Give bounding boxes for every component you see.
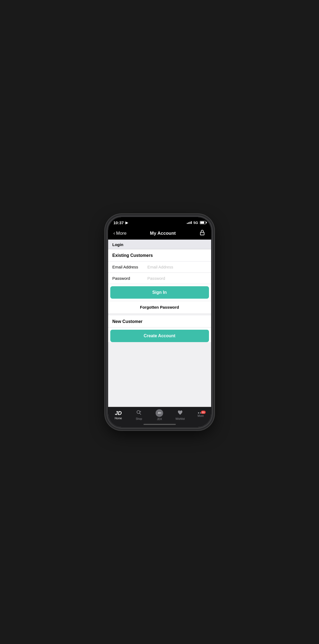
signal-bar-4 (191, 221, 192, 224)
more-tab-badge-container: 11 (198, 412, 204, 414)
password-input[interactable] (148, 276, 207, 281)
tab-home[interactable]: JD Home (110, 410, 126, 420)
svg-line-2 (139, 413, 141, 414)
password-row: Password (108, 273, 211, 284)
email-row: Email Address (108, 261, 211, 273)
existing-customers-title: Existing Customers (108, 249, 211, 261)
tab-jdx[interactable]: JD× JDX (151, 409, 167, 421)
phone-frame: 10:37 ▶ 5G ‹ More My (107, 216, 212, 428)
status-bar: 10:37 ▶ 5G (108, 217, 211, 227)
login-section-header: Login (108, 240, 211, 249)
new-customer-title: New Customer (108, 315, 211, 328)
email-input[interactable] (148, 265, 207, 269)
battery-fill (200, 222, 204, 224)
sign-in-button[interactable]: Sign In (110, 286, 209, 299)
signal-bar-1 (187, 223, 188, 224)
wishlist-tab-label: Wishlist (176, 417, 185, 420)
battery-icon (200, 221, 206, 224)
svg-rect-0 (200, 232, 204, 235)
more-badge-count: 11 (201, 411, 206, 414)
cart-icon[interactable] (199, 229, 205, 237)
location-icon: ▶ (125, 221, 128, 225)
back-chevron-icon: ‹ (114, 230, 115, 236)
phone-screen: 10:37 ▶ 5G ‹ More My (108, 217, 211, 427)
signal-bars (187, 221, 192, 224)
signal-bar-2 (188, 222, 189, 224)
time-display: 10:37 (114, 220, 124, 225)
tab-more[interactable]: 11 More (193, 412, 209, 417)
jdx-icon: JD× (156, 409, 163, 417)
back-button[interactable]: ‹ More (114, 230, 127, 236)
home-bar (143, 424, 176, 425)
back-label: More (116, 231, 127, 236)
wishlist-heart-icon (177, 410, 183, 417)
tab-bar: JD Home Shop JD× (108, 407, 211, 422)
dynamic-island (143, 219, 176, 229)
page-title: My Account (150, 231, 176, 236)
existing-customers-section: Existing Customers Email Address Passwor… (108, 249, 211, 313)
forgotten-password-button[interactable]: Forgotten Password (108, 301, 211, 313)
signal-bar-3 (190, 222, 190, 224)
new-customer-section: New Customer Create Account (108, 315, 211, 342)
shop-tab-label: Shop (136, 417, 142, 420)
status-bar-left: 10:37 ▶ (114, 220, 128, 225)
email-label: Email Address (112, 265, 148, 269)
empty-space (108, 344, 211, 407)
password-label: Password (112, 276, 148, 281)
main-content: Login Existing Customers Email Address P… (108, 240, 211, 407)
create-account-button[interactable]: Create Account (110, 330, 209, 342)
tab-shop[interactable]: Shop (131, 410, 147, 420)
home-tab-label: Home (115, 417, 122, 420)
network-type: 5G (193, 221, 198, 225)
status-bar-right: 5G (187, 221, 205, 225)
home-icon: JD (115, 410, 122, 416)
search-icon (136, 410, 142, 417)
tab-wishlist[interactable]: Wishlist (172, 410, 188, 420)
navigation-bar: ‹ More My Account (108, 227, 211, 240)
home-indicator (108, 422, 211, 427)
jdx-tab-label: JDX (157, 418, 162, 421)
more-tab-label: More (198, 414, 204, 417)
